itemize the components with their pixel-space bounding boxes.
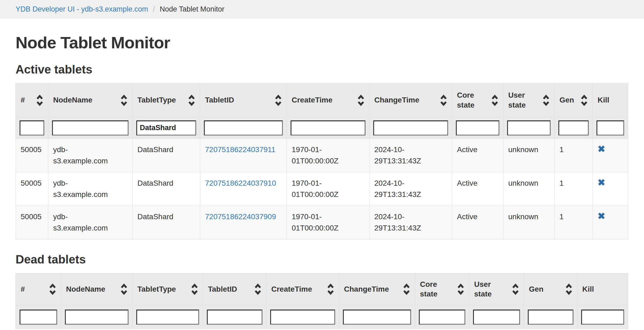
sort-icon [120, 95, 127, 106]
sort-icon [254, 284, 261, 295]
cell-corestate: Active [452, 139, 503, 172]
sort-icon [49, 284, 56, 295]
cell-num: 50005 [16, 139, 48, 172]
cell-tablettype: DataShard [133, 206, 200, 239]
cell-nodename: ydb-s3.example.com [48, 206, 133, 239]
cell-gen: 1 [555, 139, 593, 172]
active-col-header-tablettype[interactable]: TabletType [133, 83, 200, 117]
sort-icon [512, 284, 519, 295]
cell-nodename: ydb-s3.example.com [48, 172, 133, 206]
table-row: 50005 ydb-s3.example.com DataShard 72075… [16, 139, 628, 172]
active-filter-tabletid-input[interactable] [204, 120, 283, 135]
dead-col-header-tabletid[interactable]: TabletID [203, 273, 266, 305]
sort-icon [327, 284, 334, 295]
tablet-id-link[interactable]: 72075186224037910 [205, 179, 276, 187]
active-filter-createtime-input[interactable] [291, 120, 365, 135]
dead-filter-changetime-input[interactable] [343, 310, 411, 325]
active-col-header-kill: Kill [593, 83, 628, 117]
cell-tablettype: DataShard [133, 139, 200, 172]
page-title: Node Tablet Monitor [16, 33, 628, 52]
active-col-header-corestate[interactable]: Core state [452, 83, 503, 117]
active-tablets-heading: Active tablets [16, 63, 628, 76]
sort-icon [491, 95, 498, 106]
sort-icon [543, 95, 550, 106]
active-col-header-tabletid[interactable]: TabletID [200, 83, 287, 117]
kill-tablet-button[interactable]: ✖ [598, 211, 605, 221]
dead-col-header-corestate[interactable]: Core state [415, 273, 469, 305]
cell-changetime: 2024-10-29T13:31:43Z [369, 206, 452, 239]
breadcrumb-root-link[interactable]: YDB Developer UI - ydb-s3.example.com [16, 5, 148, 13]
cell-gen: 1 [555, 206, 593, 239]
active-col-header-createtime[interactable]: CreateTime [287, 83, 369, 117]
cell-kill: ✖ [593, 139, 628, 172]
cell-tablettype: DataShard [133, 172, 200, 206]
cell-createtime: 1970-01-01T00:00:00Z [287, 139, 369, 172]
active-filter-nodename-input[interactable] [52, 120, 129, 135]
dead-col-header-gen[interactable]: Gen [524, 273, 577, 305]
cell-userstate: unknown [503, 206, 555, 239]
dead-filter-nodename-input[interactable] [65, 310, 129, 325]
dead-filter-corestate-input[interactable] [419, 310, 465, 325]
dead-filter-row [16, 305, 628, 329]
cell-changetime: 2024-10-29T13:31:43Z [369, 139, 452, 172]
dead-header-row: # NodeName TabletType TabletID CreateTim… [16, 273, 628, 305]
active-filter-changetime-input[interactable] [373, 120, 448, 135]
cell-kill: ✖ [593, 172, 628, 206]
sort-icon [403, 284, 410, 295]
active-tablets-table: # NodeName TabletType TabletID CreateTim… [16, 83, 628, 239]
sort-icon [565, 284, 572, 295]
sort-icon [36, 95, 43, 106]
active-filter-kill-input[interactable] [597, 120, 624, 135]
active-col-header-nodename[interactable]: NodeName [48, 83, 133, 117]
dead-filter-userstate-input[interactable] [473, 310, 520, 325]
dead-col-header-changetime[interactable]: ChangeTime [339, 273, 415, 305]
breadcrumb: YDB Developer UI - ydb-s3.example.com / … [0, 0, 644, 19]
dead-col-header-num[interactable]: # [16, 273, 61, 305]
cell-changetime: 2024-10-29T13:31:43Z [369, 172, 452, 206]
active-filter-corestate-input[interactable] [456, 120, 499, 135]
active-filter-gen-input[interactable] [558, 120, 589, 135]
active-filter-userstate-input[interactable] [507, 120, 551, 135]
kill-tablet-button[interactable]: ✖ [598, 144, 605, 154]
cell-userstate: unknown [503, 139, 555, 172]
sort-icon [457, 284, 464, 295]
dead-filter-tablettype-input[interactable] [136, 310, 199, 325]
cell-tabletid: 72075186224037911 [200, 139, 287, 172]
tablet-id-link[interactable]: 72075186224037909 [205, 212, 276, 221]
dead-col-header-kill: Kill [577, 273, 628, 305]
table-row: 50005 ydb-s3.example.com DataShard 72075… [16, 206, 628, 239]
cell-createtime: 1970-01-01T00:00:00Z [287, 206, 369, 239]
active-col-header-userstate[interactable]: User state [503, 83, 555, 117]
cell-kill: ✖ [593, 206, 628, 239]
main-content: Node Tablet Monitor Active tablets # Nod… [0, 33, 644, 329]
tablet-id-link[interactable]: 72075186224037911 [205, 145, 276, 154]
active-col-header-changetime[interactable]: ChangeTime [369, 83, 452, 117]
active-col-header-gen[interactable]: Gen [555, 83, 593, 117]
dead-tablets-table: # NodeName TabletType TabletID CreateTim… [16, 273, 628, 329]
active-header-row: # NodeName TabletType TabletID CreateTim… [16, 83, 628, 117]
dead-filter-tabletid-input[interactable] [207, 310, 262, 325]
cell-corestate: Active [452, 206, 503, 239]
dead-filter-gen-input[interactable] [528, 310, 573, 325]
dead-filter-num-input[interactable] [20, 310, 57, 325]
active-filter-tablettype-input[interactable] [136, 120, 196, 135]
cell-corestate: Active [452, 172, 503, 206]
dead-col-header-nodename[interactable]: NodeName [61, 273, 133, 305]
cell-tabletid: 72075186224037910 [200, 172, 287, 206]
cell-gen: 1 [555, 172, 593, 206]
dead-col-header-tablettype[interactable]: TabletType [133, 273, 203, 305]
dead-filter-createtime-input[interactable] [270, 310, 335, 325]
cell-userstate: unknown [503, 172, 555, 206]
sort-icon [191, 284, 198, 295]
active-filter-num-input[interactable] [20, 120, 44, 135]
active-col-header-num[interactable]: # [16, 83, 48, 117]
breadcrumb-separator: / [153, 5, 155, 13]
sort-icon [440, 95, 447, 106]
sort-icon [120, 284, 127, 295]
kill-tablet-button[interactable]: ✖ [598, 178, 605, 188]
dead-filter-kill-input[interactable] [581, 310, 624, 325]
dead-col-header-userstate[interactable]: User state [469, 273, 524, 305]
cell-num: 50005 [16, 172, 48, 206]
dead-col-header-createtime[interactable]: CreateTime [266, 273, 339, 305]
sort-icon [188, 95, 195, 106]
